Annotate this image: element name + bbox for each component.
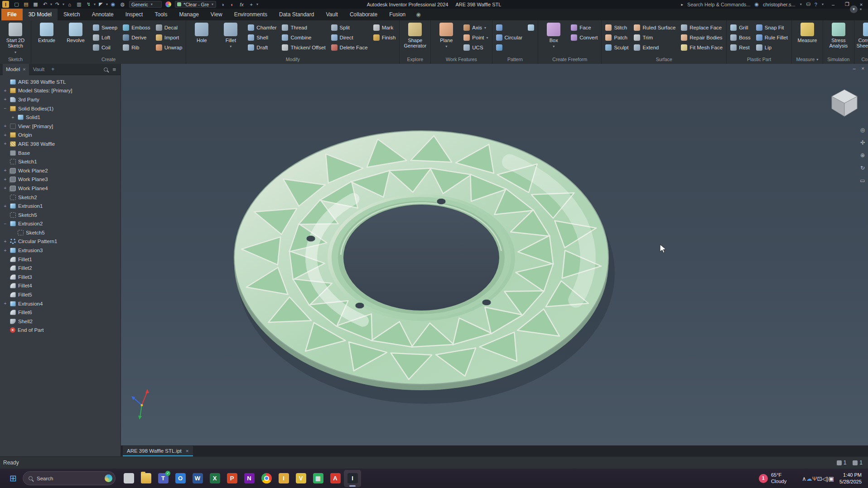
browser-tab-vault[interactable]: Vault [30,64,48,75]
panel-label-convert[interactable]: Convert [856,55,868,64]
tree-item-sketch5[interactable]: Sketch5 [0,211,121,220]
tree-item-origin[interactable]: +Origin [0,131,121,140]
tab-inspect[interactable]: Inspect [120,9,149,20]
circular-button[interactable]: Circular [494,33,525,43]
tree-item-shell2[interactable]: Shell2 [0,317,121,326]
tree-item-fillet3[interactable]: Fillet3 [0,273,121,282]
tab-data-standard[interactable]: Data Standard [273,9,320,20]
tree-expander-icon[interactable]: + [3,124,8,129]
shape-generator-button[interactable]: Shape Generator [401,21,429,49]
start-2d-sketch-button[interactable]: Start 2D Sketch▾ [1,21,29,54]
delete-face-button[interactable]: Delete Face [329,43,370,53]
doc-minimize-icon[interactable]: – [853,66,855,71]
mark-button[interactable]: Mark [371,23,398,33]
color-wheel-icon[interactable] [164,1,172,8]
qat-customize-arrow-icon[interactable]: ▾ [256,2,258,6]
tree-expander-icon[interactable]: + [3,141,8,146]
rest-button[interactable]: Rest [728,43,753,53]
browser-tab-close-icon[interactable]: × [23,67,25,72]
search-expand-arrow[interactable]: ▸ [681,2,684,7]
undo-icon[interactable]: ↶ [41,1,49,8]
draft-button[interactable]: Draft [246,43,279,53]
panel-label-simulation[interactable]: Simulation [825,55,853,64]
tree-item-extrusion1[interactable]: +Extrusion1 [0,201,121,211]
sculpt-button[interactable]: Sculpt [603,43,631,53]
tab-collaborate[interactable]: Collaborate [344,9,383,20]
home-icon[interactable]: ⌂ [66,1,73,8]
lip-button[interactable]: Lip [754,43,790,53]
face-button[interactable]: Face [569,23,600,33]
tree-item-extrusion3[interactable]: +Extrusion3 [0,246,121,255]
boss-button[interactable]: Boss [728,33,753,43]
redo-arrow-icon[interactable]: ▾ [63,2,64,6]
stitch-button[interactable]: Stitch [603,23,631,33]
tree-expander-icon[interactable]: + [3,186,8,191]
box-dropdown-arrow-icon[interactable]: ▾ [553,44,555,48]
tree-item-are-398-waffle[interactable]: +ARE 398 Waffle [0,139,121,148]
taskbar-app-app-v[interactable]: V [292,470,309,487]
clear-appearance-icon[interactable]: ◐ [228,1,236,8]
new-file-icon[interactable]: ▢ [13,1,20,8]
panel-label-modify[interactable]: Modify [188,55,398,64]
update-icon[interactable]: ↯ [85,1,92,8]
tree-expander-icon[interactable]: + [10,115,15,120]
open-icon[interactable]: ▤ [22,1,30,8]
tree-item-fillet4[interactable]: Fillet4 [0,282,121,291]
taskbar-app-green-grid-app[interactable]: ▦ [309,470,327,487]
tree-item-circular-pattern1[interactable]: +Circular Pattern1 [0,237,121,246]
tree-item-view-primary-[interactable]: +View: [Primary] [0,122,121,131]
tab-fusion[interactable]: Fusion [383,9,411,20]
browser-tab-model[interactable]: Model× [3,64,29,75]
tree-expander-icon[interactable]: + [3,177,8,182]
ribbon-collapse-control[interactable]: ▼ ▾ [850,5,862,13]
taskbar-app-file-explorer[interactable] [137,470,154,487]
panel-label-pattern[interactable]: Pattern [494,55,537,64]
snap-fit-button[interactable]: Snap Fit [754,23,790,33]
network-display-icon[interactable]: ⊡ [817,475,822,482]
rule-fillet-button[interactable]: Rule Fillet [754,33,790,43]
undo-arrow-icon[interactable]: ▾ [50,2,52,6]
extend-button[interactable]: Extend [632,43,678,53]
taskbar-app-excel[interactable]: X [206,470,223,487]
select-icon[interactable]: ◤ [97,1,105,8]
coil-button[interactable]: Coil [91,43,120,53]
patch-button[interactable]: Patch [603,33,631,43]
tree-item-fillet2[interactable]: Fillet2 [0,263,121,273]
weather-widget[interactable]: 1 65°F Cloudy [759,472,786,485]
tree-item-fillet5[interactable]: Fillet5 [0,290,121,299]
ruled-surface-button[interactable]: Ruled Surface [632,23,678,33]
tree-item-3rd-party[interactable]: +3rd Party [0,95,121,104]
viewcube[interactable] [828,87,861,119]
save-icon[interactable]: ▦ [32,1,39,8]
tree-expander-icon[interactable]: + [3,97,8,102]
stress-analysis-button[interactable]: Stress Analysis [825,21,853,49]
replace-face-button[interactable]: Replace Face [679,23,725,33]
update-arrow-icon[interactable]: ▾ [94,2,96,6]
pan-icon[interactable]: ✣ [860,140,865,145]
panel-label-measure[interactable]: Measure▾ [793,55,821,64]
document-tab-close-icon[interactable]: × [186,448,189,454]
taskbar-app-onenote[interactable]: N [241,470,258,487]
grill-button[interactable]: Grill [728,23,753,33]
derive-button[interactable]: Derive [121,33,153,43]
panel-label-work-features[interactable]: Work Features [432,55,490,64]
thicken-offset-button[interactable]: Thicken/ Offset [280,43,328,53]
tree-expander-icon[interactable]: − [3,106,8,111]
taskbar-app-word[interactable]: W [189,470,206,487]
tree-item-work-plane4[interactable]: +Work Plane4 [0,184,121,193]
taskbar-app-chrome[interactable] [258,470,275,487]
measure-panel-arrow-icon[interactable]: ▾ [816,57,818,62]
adjust-appearance-icon[interactable]: ◑ [219,1,227,8]
store-cart-icon[interactable]: ⛁ [806,1,810,7]
convert-to-sheet-metal-button[interactable]: Convert to Sheet Metal [856,21,868,49]
split-button[interactable]: Split [329,23,370,33]
measure-button[interactable]: Measure [793,21,821,43]
finish-button[interactable]: Finish [371,33,398,43]
onedrive-icon[interactable]: ☁ [806,475,812,482]
tree-expander-icon[interactable]: − [3,221,8,226]
parameters-fx-icon[interactable]: fx [238,1,246,8]
material-combo[interactable]: Generic▾ [129,1,162,8]
point-dropdown-arrow-icon[interactable]: ▾ [487,36,488,40]
loft-button[interactable]: Loft [91,33,120,43]
sweep-button[interactable]: Sweep [91,23,120,33]
